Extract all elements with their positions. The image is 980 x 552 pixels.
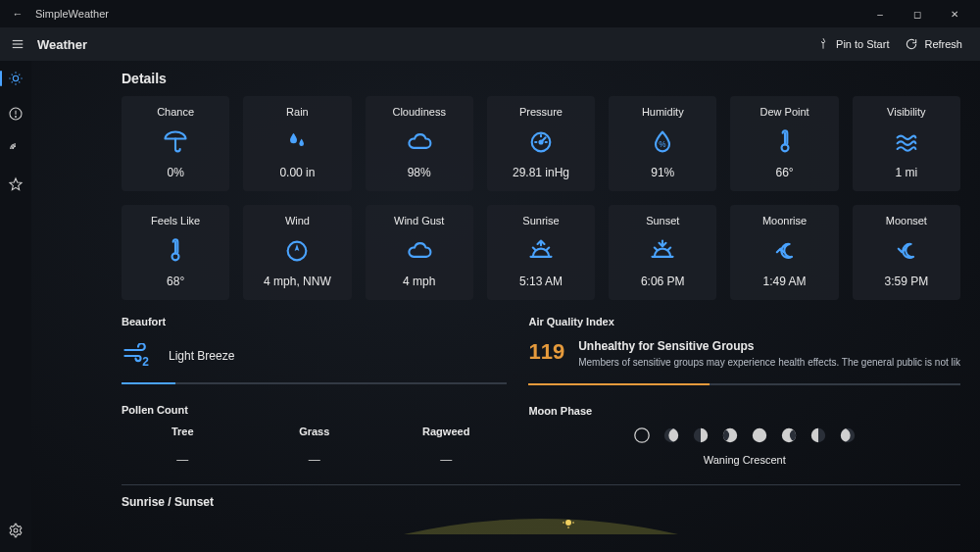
umbrella-icon xyxy=(162,118,189,166)
svg-text:%: % xyxy=(660,139,666,148)
detail-tile: Wind Gust 4 mph xyxy=(366,205,473,300)
sidebar-item-favorites[interactable] xyxy=(4,173,27,196)
tile-value: 66° xyxy=(775,166,793,179)
pollen-value: — xyxy=(253,453,374,467)
pin-to-start-button[interactable]: Pin to Start xyxy=(808,33,897,55)
page-title: Weather xyxy=(37,37,87,52)
svg-point-47 xyxy=(753,428,766,442)
moon-first-quarter-icon xyxy=(692,427,710,444)
tile-value: 6:06 PM xyxy=(641,275,685,288)
detail-tile: Moonset 3:59 PM xyxy=(853,205,960,300)
thermometer-icon xyxy=(162,226,189,275)
aqi-progress xyxy=(528,383,960,385)
beaufort-card: 2 Light Breeze xyxy=(122,337,507,382)
moonset-icon xyxy=(893,226,920,275)
wind-icon: 2 xyxy=(122,343,155,369)
svg-point-16 xyxy=(14,528,18,532)
tile-label: Rain xyxy=(286,106,309,118)
tile-value: 1:49 AM xyxy=(763,275,807,288)
sun-arc xyxy=(122,519,960,534)
aqi-heading: Air Quality Index xyxy=(528,316,960,327)
svg-point-14 xyxy=(16,117,17,118)
detail-tile: Humidity % 91% xyxy=(609,96,716,191)
svg-line-8 xyxy=(12,75,13,75)
back-button[interactable]: ← xyxy=(8,8,27,20)
aqi-value: 119 xyxy=(528,341,564,363)
sunrise-icon xyxy=(527,226,555,275)
tile-label: Chance xyxy=(157,106,194,118)
refresh-button[interactable]: Refresh xyxy=(897,33,970,55)
app-name: SimpleWeather xyxy=(35,8,109,20)
tile-label: Sunrise xyxy=(522,215,559,226)
moon-phase-label: Waning Crescent xyxy=(528,454,960,466)
pollen-column: Tree— xyxy=(122,426,243,467)
detail-tile: Sunset 6:06 PM xyxy=(609,205,716,300)
cloud-icon xyxy=(406,118,433,166)
svg-line-35 xyxy=(668,247,670,249)
tile-label: Pressure xyxy=(519,106,563,118)
detail-tile: Feels Like 68° xyxy=(122,205,229,300)
svg-point-57 xyxy=(565,520,571,526)
detail-tile: Sunrise 5:13 AM xyxy=(487,205,595,300)
pollen-label: Ragweed xyxy=(385,426,507,437)
moon-waning-gibbous-icon xyxy=(780,427,798,444)
pollen-column: Ragweed— xyxy=(385,426,507,467)
section-divider xyxy=(122,484,960,485)
page-header: Weather Pin to Start Refresh xyxy=(0,27,980,61)
svg-point-24 xyxy=(781,144,788,151)
moon-last-quarter-icon xyxy=(809,427,827,444)
sidebar-item-weather[interactable] xyxy=(4,67,27,90)
tile-value: 98% xyxy=(408,166,431,179)
sidebar-item-settings[interactable] xyxy=(4,519,27,542)
tile-label: Cloudiness xyxy=(392,106,445,118)
detail-tile: Chance 0% xyxy=(122,96,229,191)
tile-label: Dew Point xyxy=(760,106,808,118)
moon-full-icon xyxy=(751,427,768,444)
svg-rect-53 xyxy=(809,427,818,444)
cloud-icon xyxy=(406,226,433,275)
sidebar-item-alerts[interactable] xyxy=(4,102,27,125)
tile-label: Feels Like xyxy=(151,215,200,226)
tile-value: 3:59 PM xyxy=(884,275,928,288)
thermometer-icon xyxy=(771,118,799,166)
tile-label: Humidity xyxy=(642,106,684,118)
moon-phases-row xyxy=(528,427,960,444)
detail-tile: Visibility 1 mi xyxy=(853,96,960,191)
svg-marker-27 xyxy=(295,244,300,251)
tile-value: 4 mph, NNW xyxy=(264,275,331,288)
maximize-button[interactable]: ◻ xyxy=(900,0,935,27)
moon-waning-crescent-icon xyxy=(839,427,857,444)
pollen-value: — xyxy=(385,453,507,467)
tile-value: 0.00 in xyxy=(279,166,315,179)
tile-value: 68° xyxy=(167,275,184,288)
refresh-label: Refresh xyxy=(924,38,962,50)
svg-line-11 xyxy=(12,81,13,82)
svg-marker-15 xyxy=(10,178,22,190)
waves-icon xyxy=(893,118,920,166)
close-button[interactable]: ✕ xyxy=(937,0,972,27)
tile-value: 91% xyxy=(651,166,674,179)
beaufort-label: Light Breeze xyxy=(169,349,234,363)
svg-text:2: 2 xyxy=(142,355,149,369)
tile-label: Moonrise xyxy=(762,215,807,226)
sidebar-item-radar[interactable] xyxy=(4,137,27,161)
detail-tile: Pressure 29.81 inHg xyxy=(487,96,595,191)
svg-line-30 xyxy=(533,247,535,249)
svg-line-31 xyxy=(547,247,549,249)
hamburger-button[interactable] xyxy=(8,37,27,51)
moon-heading: Moon Phase xyxy=(528,405,960,417)
beaufort-heading: Beaufort xyxy=(122,316,507,327)
minimize-button[interactable]: – xyxy=(862,0,898,27)
humidity-icon: % xyxy=(649,118,676,166)
tile-value: 5:13 AM xyxy=(519,275,563,288)
svg-line-34 xyxy=(655,247,657,249)
tile-label: Moonset xyxy=(886,215,927,226)
detail-tile: Rain 0.00 in xyxy=(243,96,351,191)
moon-waxing-crescent-icon xyxy=(662,427,680,444)
detail-tile: Moonrise 1:49 AM xyxy=(730,205,838,300)
detail-tile: Cloudiness 98% xyxy=(366,96,473,191)
svg-line-10 xyxy=(19,75,20,75)
tile-value: 4 mph xyxy=(403,275,435,288)
pin-label: Pin to Start xyxy=(836,38,889,50)
title-bar: ← SimpleWeather – ◻ ✕ xyxy=(0,0,980,27)
